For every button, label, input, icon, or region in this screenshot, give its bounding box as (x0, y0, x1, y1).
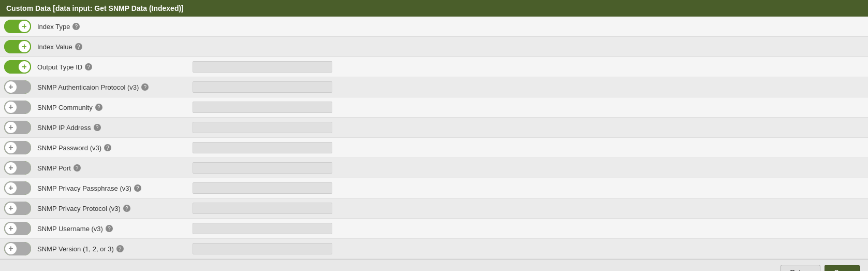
toggle-snmp-auth-protocol[interactable] (4, 80, 31, 94)
label-snmp-privacy-passphrase: SNMP Privacy Passphrase (v3)? (37, 184, 193, 192)
label-snmp-port: SNMP Port? (37, 164, 193, 172)
toggle-snmp-password[interactable] (4, 141, 31, 154)
input-snmp-port[interactable] (193, 162, 332, 174)
input-snmp-community[interactable] (193, 102, 332, 113)
label-text-snmp-port: SNMP Port (37, 164, 71, 172)
toggle-index-value[interactable] (4, 40, 31, 53)
label-index-type: Index Type? (37, 23, 193, 31)
table-row: Index Value? (0, 37, 868, 57)
toggle-index-type[interactable] (4, 20, 31, 33)
label-snmp-privacy-protocol: SNMP Privacy Protocol (v3)? (37, 205, 193, 212)
table-row: SNMP IP Address? (0, 118, 868, 138)
toggle-snmp-community[interactable] (4, 101, 31, 114)
label-text-snmp-username: SNMP Username (v3) (37, 225, 103, 233)
label-snmp-auth-protocol: SNMP Authenticaion Protocol (v3)? (37, 83, 193, 91)
input-snmp-username[interactable] (193, 223, 332, 234)
help-icon-index-value[interactable]: ? (75, 43, 82, 50)
table-row: SNMP Authenticaion Protocol (v3)? (0, 77, 868, 97)
help-icon-index-type[interactable]: ? (72, 23, 80, 30)
help-icon-snmp-auth-protocol[interactable]: ? (141, 83, 149, 91)
label-output-type-id: Output Type ID? (37, 63, 193, 71)
table-row: Output Type ID? (0, 57, 868, 77)
label-snmp-username: SNMP Username (v3)? (37, 225, 193, 233)
table-row: SNMP Username (v3)? (0, 219, 868, 239)
input-snmp-auth-protocol[interactable] (193, 81, 332, 93)
help-icon-snmp-port[interactable]: ? (73, 164, 81, 172)
help-icon-snmp-username[interactable]: ? (106, 225, 113, 232)
label-text-snmp-password: SNMP Password (v3) (37, 144, 101, 152)
save-button[interactable]: Save (825, 265, 860, 271)
table-row: SNMP Password (v3)? (0, 138, 868, 158)
table-row: SNMP Port? (0, 158, 868, 178)
input-snmp-version[interactable] (193, 243, 332, 254)
label-text-snmp-privacy-protocol: SNMP Privacy Protocol (v3) (37, 205, 121, 212)
table-row: SNMP Privacy Protocol (v3)? (0, 198, 868, 219)
help-icon-snmp-ip-address[interactable]: ? (94, 124, 101, 131)
help-icon-snmp-community[interactable]: ? (95, 104, 102, 111)
label-index-value: Index Value? (37, 43, 193, 51)
toggle-snmp-ip-address[interactable] (4, 121, 31, 134)
title-text: Custom Data [data input: Get SNMP Data (… (6, 4, 184, 12)
label-text-snmp-privacy-passphrase: SNMP Privacy Passphrase (v3) (37, 184, 131, 192)
help-icon-snmp-password[interactable]: ? (104, 144, 111, 151)
content-area: Index Type?Index Value?Output Type ID?SN… (0, 17, 868, 259)
toggle-snmp-privacy-protocol[interactable] (4, 202, 31, 215)
label-text-snmp-community: SNMP Community (37, 104, 93, 111)
help-icon-output-type-id[interactable]: ? (85, 63, 92, 70)
title-bar: Custom Data [data input: Get SNMP Data (… (0, 0, 868, 17)
help-icon-snmp-privacy-passphrase[interactable]: ? (134, 184, 141, 192)
input-output-type-id[interactable] (193, 61, 332, 73)
label-text-index-value: Index Value (37, 43, 72, 51)
input-snmp-privacy-passphrase[interactable] (193, 182, 332, 194)
toggle-snmp-username[interactable] (4, 222, 31, 235)
toggle-snmp-privacy-passphrase[interactable] (4, 181, 31, 195)
table-row: Index Type? (0, 17, 868, 37)
label-text-index-type: Index Type (37, 23, 70, 31)
table-row: SNMP Privacy Passphrase (v3)? (0, 178, 868, 198)
label-snmp-password: SNMP Password (v3)? (37, 144, 193, 152)
table-row: SNMP Version (1, 2, or 3)? (0, 239, 868, 259)
toggle-snmp-port[interactable] (4, 161, 31, 175)
label-snmp-community: SNMP Community? (37, 104, 193, 111)
help-icon-snmp-privacy-protocol[interactable]: ? (123, 205, 130, 212)
label-text-output-type-id: Output Type ID (37, 63, 82, 71)
footer: Return Save (0, 259, 868, 271)
input-snmp-ip-address[interactable] (193, 122, 332, 133)
return-button[interactable]: Return (781, 265, 820, 271)
table-row: SNMP Community? (0, 97, 868, 118)
input-snmp-privacy-protocol[interactable] (193, 203, 332, 214)
label-snmp-version: SNMP Version (1, 2, or 3)? (37, 245, 193, 253)
label-text-snmp-ip-address: SNMP IP Address (37, 124, 91, 132)
help-icon-snmp-version[interactable]: ? (116, 245, 124, 252)
label-text-snmp-version: SNMP Version (1, 2, or 3) (37, 245, 114, 253)
toggle-snmp-version[interactable] (4, 242, 31, 255)
label-text-snmp-auth-protocol: SNMP Authenticaion Protocol (v3) (37, 83, 139, 91)
toggle-output-type-id[interactable] (4, 60, 31, 74)
label-snmp-ip-address: SNMP IP Address? (37, 124, 193, 132)
input-snmp-password[interactable] (193, 142, 332, 153)
